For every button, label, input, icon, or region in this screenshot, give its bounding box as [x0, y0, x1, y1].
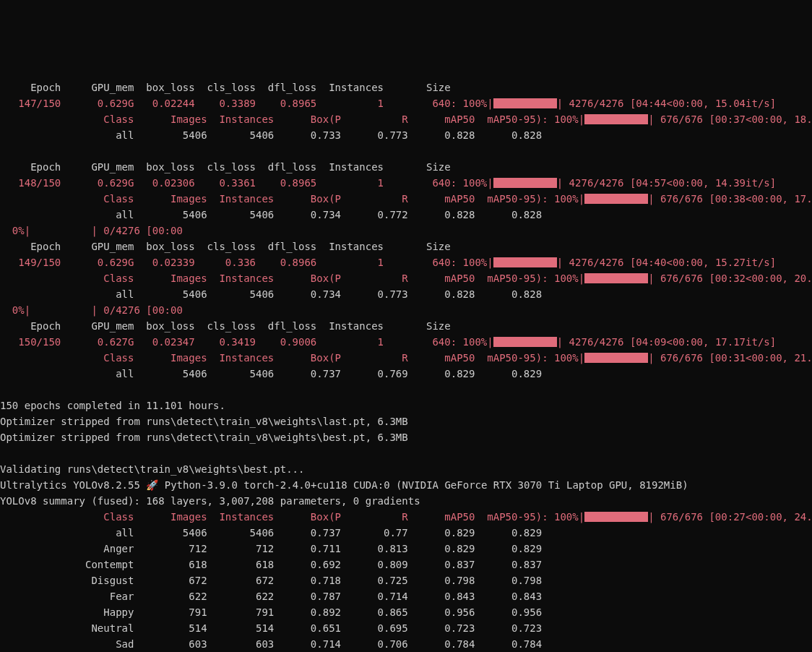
output-line: all 5406 5406 0.734 0.773 0.828 0.828 [0, 286, 812, 302]
output-line: Fear 622 622 0.787 0.714 0.843 0.843 [0, 588, 812, 604]
output-line [0, 143, 812, 159]
output-line: Anger 712 712 0.711 0.813 0.829 0.829 [0, 541, 812, 557]
output-line: 0%| | 0/4276 [00:00 [0, 302, 812, 318]
output-line: Neutral 514 514 0.651 0.695 0.723 0.723 [0, 620, 812, 636]
output-line: 150 epochs completed in 11.101 hours. [0, 398, 812, 413]
output-line: 150/150 0.627G 0.02347 0.3419 0.9006 1 6… [0, 334, 812, 350]
output-line: YOLOv8 summary (fused): 168 layers, 3,00… [0, 493, 812, 509]
output-line: Epoch GPU_mem box_loss cls_loss dfl_loss… [0, 318, 812, 334]
output-line: Sad 603 603 0.714 0.706 0.784 0.784 [0, 636, 812, 652]
output-line: all 5406 5406 0.733 0.773 0.828 0.828 [0, 127, 812, 143]
output-line: all 5406 5406 0.737 0.769 0.829 0.829 [0, 366, 812, 382]
terminal-output: Epoch GPU_mem box_loss cls_loss dfl_loss… [0, 80, 812, 652]
output-line: Class Images Instances Box(P R mAP50 mAP… [0, 191, 812, 207]
output-line: Ultralytics YOLOv8.2.55 🚀 Python-3.9.0 t… [0, 477, 812, 493]
output-line: Happy 791 791 0.892 0.865 0.956 0.956 [0, 604, 812, 620]
output-line: all 5406 5406 0.737 0.77 0.829 0.829 [0, 525, 812, 541]
output-line: Class Images Instances Box(P R mAP50 mAP… [0, 509, 812, 525]
output-line: 0%| | 0/4276 [00:00 [0, 223, 812, 239]
output-line: 149/150 0.629G 0.02339 0.336 0.8966 1 64… [0, 254, 812, 270]
output-line: Epoch GPU_mem box_loss cls_loss dfl_loss… [0, 239, 812, 254]
output-line [0, 445, 812, 461]
output-line: 147/150 0.629G 0.02244 0.3389 0.8965 1 6… [0, 95, 812, 111]
output-line: Class Images Instances Box(P R mAP50 mAP… [0, 270, 812, 286]
output-line: Class Images Instances Box(P R mAP50 mAP… [0, 111, 812, 127]
output-line: Epoch GPU_mem box_loss cls_loss dfl_loss… [0, 159, 812, 175]
output-line: Optimizer stripped from runs\detect\trai… [0, 413, 812, 429]
output-line: Disgust 672 672 0.718 0.725 0.798 0.798 [0, 572, 812, 588]
output-line: Optimizer stripped from runs\detect\trai… [0, 429, 812, 445]
output-line: Validating runs\detect\train_v8\weights\… [0, 461, 812, 477]
output-line [0, 382, 812, 398]
output-line: 148/150 0.629G 0.02306 0.3361 0.8965 1 6… [0, 175, 812, 191]
output-line: Class Images Instances Box(P R mAP50 mAP… [0, 350, 812, 366]
output-line: Epoch GPU_mem box_loss cls_loss dfl_loss… [0, 80, 812, 95]
output-line: Contempt 618 618 0.692 0.809 0.837 0.837 [0, 557, 812, 572]
output-line: all 5406 5406 0.734 0.772 0.828 0.828 [0, 207, 812, 223]
